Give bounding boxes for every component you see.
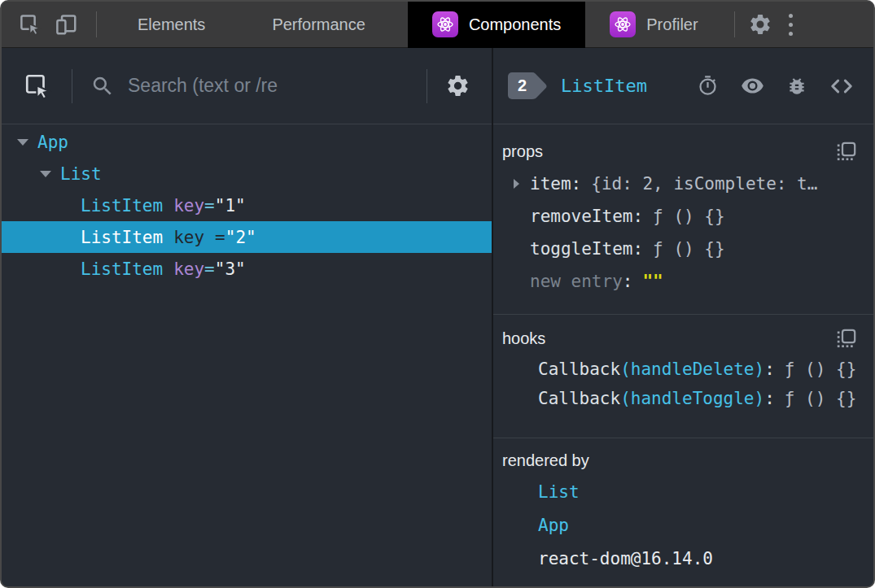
debug-bug-icon[interactable] [786,76,807,97]
key-attribute: key [173,228,204,247]
tab-label: Components [469,15,561,34]
tab-label: Profiler [646,15,698,34]
hook-row-handledelete[interactable]: Callback(handleDelete):ƒ () {} [502,355,873,384]
hook-name: Callback [538,359,620,379]
react-dom-version: react-dom@16.14.0 [538,549,713,568]
element-index-badge: 2 [508,72,536,99]
badge-number: 2 [518,76,527,95]
colon: : [764,389,775,408]
tab-label: Elements [138,15,205,34]
more-options-icon[interactable] [777,14,805,36]
tree-row-listitem-1[interactable]: ListItemkey="1" [2,189,492,221]
component-name: ListItem [81,196,163,216]
details-header: 2 ListItem [493,48,873,124]
component-name: List [60,164,102,184]
new-entry-placeholder[interactable]: new entry [530,272,623,291]
key-value: "3" [215,259,246,279]
equals-sign: = [204,259,215,279]
colon: : [571,174,582,194]
rendered-by-row-reactdom: react-dom@16.14.0 [502,542,873,575]
props-header: props [502,141,873,163]
details-header-icons [697,74,854,98]
collapse-arrow-icon[interactable] [40,171,51,177]
rendered-by-row-list[interactable]: List [502,475,873,508]
section-title: props [502,142,543,161]
section-title: hooks [502,329,545,348]
props-section: props item:{id: 2, isComplete: t… remove… [493,124,873,315]
tab-label: Performance [272,15,365,34]
copy-hooks-icon[interactable] [835,328,857,350]
props-rows: item:{id: 2, isComplete: t… removeItem:ƒ… [502,168,873,298]
tree-row-list[interactable]: List [2,158,492,189]
collapse-arrow-icon[interactable] [17,139,28,146]
suspense-timer-icon[interactable] [697,75,719,97]
toolbar-divider [734,11,735,37]
hook-callback-name: (handleToggle) [620,389,764,408]
react-logo-icon [432,11,458,37]
hooks-header: hooks [502,328,873,350]
inspect-component-icon[interactable] [23,72,52,101]
inspect-dom-eye-icon[interactable] [741,74,764,98]
component-name: App [37,133,68,152]
owner-link[interactable]: App [538,516,569,535]
empty-string-value[interactable]: "" [642,272,663,291]
rendered-by-rows: List App react-dom@16.14.0 [502,475,873,575]
components-tree-panel: App List ListItemkey="1" ListItemkey="2"… [2,48,493,586]
tree-row-app[interactable]: App [2,126,492,158]
colon: : [623,272,633,291]
hook-row-handletoggle[interactable]: Callback(handleToggle):ƒ () {} [502,384,873,413]
view-source-code-icon[interactable] [829,74,854,98]
prop-name: removeItem [530,207,632,226]
tree-toolbar [2,48,492,124]
key-value: "2" [225,228,256,247]
hook-value: ƒ () {} [785,359,857,379]
tab-elements[interactable]: Elements [113,2,230,48]
inspect-element-icon[interactable] [16,11,44,38]
key-attribute: key [173,196,204,216]
tab-profiler[interactable]: Profiler [585,2,722,48]
prop-row-new-entry[interactable]: new entry:"" [502,265,873,298]
prop-row-removeitem[interactable]: removeItem:ƒ () {} [502,200,873,233]
component-tree: App List ListItemkey="1" ListItemkey="2"… [2,124,492,586]
rendered-by-section: rendered by List App react-dom@16.14.0 [493,438,873,586]
prop-value: {id: 2, isComplete: t… [591,174,817,194]
tab-components[interactable]: Components [408,2,585,48]
prop-row-toggleitem[interactable]: toggleItem:ƒ () {} [502,233,873,265]
colon: : [632,207,643,226]
tree-row-listitem-2-selected[interactable]: ListItemkey="2" [2,221,492,253]
search-input[interactable] [128,75,427,97]
toggle-device-toolbar-icon[interactable] [52,11,80,38]
prop-value: ƒ () {} [653,207,725,226]
section-title: rendered by [502,451,589,470]
prop-name: toggleItem [530,239,632,259]
prop-row-item[interactable]: item:{id: 2, isComplete: t… [502,168,873,200]
settings-gear-icon[interactable] [746,11,774,38]
devtools-tab-bar: Elements Performance Components Profiler [2,2,873,48]
devtools-window: Elements Performance Components Profiler [0,0,875,588]
search-icon [90,74,115,98]
copy-props-icon[interactable] [835,141,857,163]
hook-value: ƒ () {} [785,389,857,408]
tree-row-listitem-3[interactable]: ListItemkey="3" [2,253,492,285]
hook-callback-name: (handleDelete) [620,359,764,379]
key-value: "1" [215,196,246,216]
prop-value: ƒ () {} [653,239,725,259]
hooks-section: hooks Callback(handleDelete):ƒ () {} Cal… [493,315,873,438]
prop-name: item [530,174,571,194]
colon: : [764,359,775,379]
owner-link[interactable]: List [538,482,580,502]
expand-arrow-icon[interactable] [514,179,519,189]
toolbar-divider [96,11,97,37]
main-split: App List ListItemkey="1" ListItemkey="2"… [2,48,873,586]
tree-settings-gear-icon[interactable] [445,73,470,98]
toolbar-divider [427,69,427,103]
component-name: ListItem [81,259,163,279]
equals-sign: = [204,196,215,216]
rendered-by-header: rendered by [502,451,873,470]
key-attribute: key [173,259,204,279]
colon: : [632,239,643,259]
selected-component-title: ListItem [561,76,647,96]
hooks-rows: Callback(handleDelete):ƒ () {} Callback(… [502,355,873,413]
tab-performance[interactable]: Performance [247,2,390,48]
rendered-by-row-app[interactable]: App [502,508,873,542]
